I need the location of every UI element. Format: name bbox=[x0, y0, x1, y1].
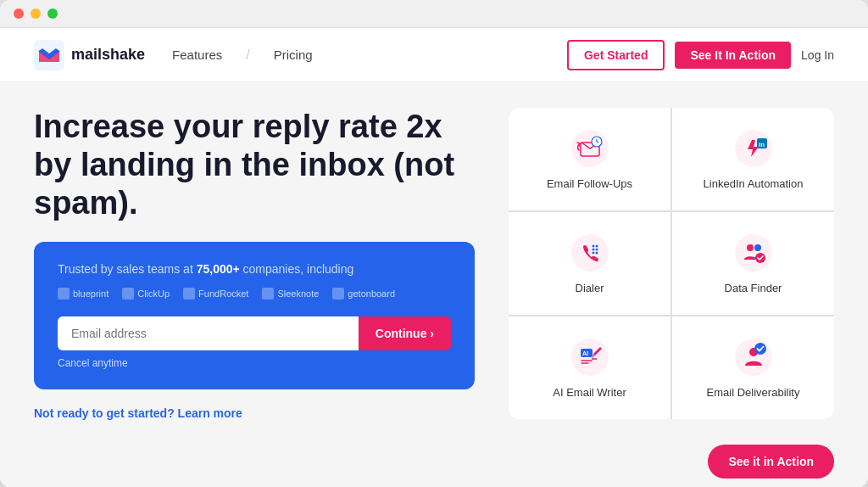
main-layout: Increase your reply rate 2x by landing i… bbox=[0, 82, 868, 436]
feature-ai-writer[interactable]: AI AI Email Writer bbox=[509, 316, 670, 419]
svg-rect-1 bbox=[58, 288, 70, 299]
svg-point-23 bbox=[754, 244, 761, 251]
svg-rect-2 bbox=[122, 288, 134, 299]
company-sleeknote: Sleeknote bbox=[262, 288, 319, 299]
blueprint-icon bbox=[58, 288, 70, 299]
logo[interactable]: mailshake bbox=[34, 40, 145, 70]
navbar-right: Get Started See It In Action Log In bbox=[567, 40, 834, 70]
bottom-bar: See it in Action bbox=[0, 436, 868, 487]
svg-point-16 bbox=[595, 245, 598, 248]
svg-point-17 bbox=[592, 249, 594, 251]
page-content: mailshake Features / Pricing Get Started… bbox=[0, 28, 868, 487]
feature-linkedin[interactable]: in LinkedIn Automation bbox=[672, 108, 834, 210]
nav-links: Features / Pricing bbox=[172, 48, 313, 63]
svg-rect-4 bbox=[262, 288, 274, 299]
ai-writer-icon: AI bbox=[570, 337, 610, 378]
linkedin-icon: in bbox=[733, 128, 774, 169]
feature-data-finder[interactable]: Data Finder bbox=[672, 212, 834, 315]
sleeknote-icon bbox=[262, 288, 274, 299]
navbar-left: mailshake Features / Pricing bbox=[34, 40, 313, 70]
nav-pricing[interactable]: Pricing bbox=[274, 48, 313, 62]
fundrocket-icon bbox=[183, 288, 195, 299]
svg-point-31 bbox=[735, 339, 772, 376]
dot-yellow[interactable] bbox=[31, 8, 41, 19]
dialer-icon bbox=[570, 232, 610, 273]
navbar: mailshake Features / Pricing Get Started… bbox=[0, 28, 868, 82]
dot-red[interactable] bbox=[14, 8, 24, 19]
continue-button[interactable]: Continue › bbox=[359, 316, 451, 350]
feature-label-email-followups: Email Follow-Ups bbox=[547, 177, 632, 190]
svg-point-15 bbox=[592, 245, 594, 248]
svg-point-18 bbox=[595, 249, 598, 251]
see-it-in-action-button-nav[interactable]: See It In Action bbox=[675, 42, 791, 69]
browser-window: mailshake Features / Pricing Get Started… bbox=[0, 0, 868, 487]
browser-chrome bbox=[0, 0, 868, 28]
feature-label-ai-writer: AI Email Writer bbox=[553, 386, 626, 399]
feature-label-linkedin: LinkedIn Automation bbox=[704, 177, 804, 190]
svg-point-33 bbox=[754, 343, 766, 355]
svg-text:in: in bbox=[759, 141, 765, 148]
hero-heading: Increase your reply rate 2x by landing i… bbox=[34, 108, 475, 221]
company-fundrocket: FundRocket bbox=[183, 288, 248, 299]
nav-slash: / bbox=[246, 48, 249, 63]
feature-grid: Email Follow-Ups in Linke bbox=[509, 108, 834, 419]
svg-point-22 bbox=[747, 244, 754, 251]
feature-label-dialer: Dialer bbox=[576, 282, 604, 294]
cancel-text: Cancel anytime bbox=[58, 357, 451, 369]
email-form: Continue › bbox=[58, 316, 451, 350]
trusted-highlight: 75,000+ bbox=[197, 262, 240, 276]
svg-point-20 bbox=[595, 252, 598, 255]
deliverability-icon bbox=[733, 337, 774, 378]
getonboard-icon bbox=[332, 288, 344, 299]
feature-label-data-finder: Data Finder bbox=[725, 282, 782, 294]
feature-deliverability[interactable]: Email Deliverability bbox=[672, 316, 834, 419]
cta-box: Trusted by sales teams at 75,000+ compan… bbox=[34, 242, 475, 389]
svg-text:AI: AI bbox=[582, 350, 588, 356]
data-finder-icon bbox=[733, 232, 774, 273]
clickup-icon bbox=[122, 288, 134, 299]
see-it-in-action-button-bottom[interactable]: See it in Action bbox=[708, 445, 834, 479]
feature-email-followups[interactable]: Email Follow-Ups bbox=[509, 108, 670, 210]
feature-dialer[interactable]: Dialer bbox=[509, 212, 670, 315]
not-ready-link[interactable]: Not ready to get started? Learn more bbox=[34, 389, 475, 420]
dot-green[interactable] bbox=[47, 8, 58, 19]
nav-features[interactable]: Features bbox=[172, 48, 222, 62]
logo-icon bbox=[34, 40, 64, 70]
get-started-button[interactable]: Get Started bbox=[567, 40, 665, 70]
trusted-text: Trusted by sales teams at 75,000+ compan… bbox=[58, 262, 451, 276]
svg-rect-5 bbox=[332, 288, 344, 299]
svg-point-21 bbox=[735, 234, 772, 271]
company-logos: blueprint ClickUp FundRocket Sleekn bbox=[58, 288, 451, 299]
company-getonboard: getonboard bbox=[332, 288, 395, 299]
company-blueprint: blueprint bbox=[58, 288, 108, 299]
email-followup-icon bbox=[570, 128, 610, 169]
email-input[interactable] bbox=[58, 316, 359, 350]
left-side: Increase your reply rate 2x by landing i… bbox=[34, 108, 475, 419]
svg-point-14 bbox=[571, 234, 609, 271]
svg-point-19 bbox=[592, 252, 594, 255]
login-button[interactable]: Log In bbox=[801, 48, 834, 62]
company-clickup: ClickUp bbox=[122, 288, 170, 299]
svg-rect-3 bbox=[183, 288, 195, 299]
feature-label-deliverability: Email Deliverability bbox=[707, 386, 800, 399]
logo-text: mailshake bbox=[71, 46, 145, 64]
